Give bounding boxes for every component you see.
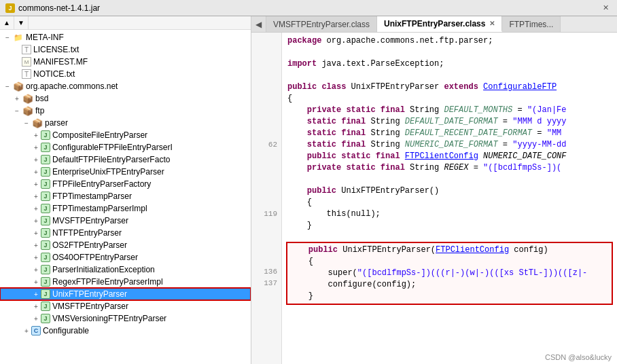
- tab-close-unix[interactable]: ✕: [489, 20, 495, 27]
- toggle-parser[interactable]: −: [22, 118, 31, 128]
- code-area: 62 119 136 137 package org.apache.common…: [251, 33, 617, 364]
- label-mvs: MVSFTPEntryParser: [52, 216, 128, 225]
- code-field3: static final String DEFAULT_RECENT_DATE_…: [287, 128, 561, 138]
- tree-item-meta-inf[interactable]: − 📁 META-INF: [0, 31, 251, 43]
- class-icon-ftp-timestamp: J: [41, 192, 50, 201]
- file-tree-panel: ▲ ▼ − 📁 META-INF T LICENSE.txt M MANIFE: [0, 16, 251, 364]
- tree-item-enterprise[interactable]: + J EnterpriseUnixFTPEntryParser: [0, 166, 251, 178]
- tree-item-vms-versioning[interactable]: + J VMSVersioningFTPEntryParser: [0, 312, 251, 325]
- title-bar-text: commons-net-1.4.1.jar: [18, 3, 600, 13]
- scroll-down-button[interactable]: ▼: [14, 16, 29, 29]
- line-numbers: 62 119 136 137: [251, 33, 282, 364]
- class-icon-vms-ftp: J: [41, 302, 50, 311]
- class-icon-vms-versioning: J: [41, 314, 50, 323]
- main-container: ▲ ▼ − 📁 META-INF T LICENSE.txt M MANIFE: [0, 16, 617, 364]
- tree-item-bsd[interactable]: + 📦 bsd: [0, 92, 251, 105]
- tree-item-composite[interactable]: + J CompositeFileEntryParser: [0, 129, 251, 141]
- tab-vms-ftp-parser[interactable]: VMSFTPEntryParser.class: [266, 16, 377, 32]
- toggle-default-ftp[interactable]: +: [31, 155, 41, 164]
- tree-item-configurable-ftp[interactable]: + J ConfigurableFTPFileEntryParserI: [0, 141, 251, 153]
- code-constructor1-sig: public UnixFTPEntryParser(): [287, 186, 439, 196]
- tree-item-os2ftp[interactable]: + J OS2FTPEntryParser: [0, 239, 251, 251]
- label-composite: CompositeFileEntryParser: [52, 130, 147, 140]
- class-icon-regex-ftp: J: [41, 277, 50, 287]
- code-constructor1-close: }: [287, 221, 312, 230]
- toggle-os400ftp[interactable]: +: [31, 253, 41, 262]
- tree-item-ftp-timestamp[interactable]: + J FTPTimestampParser: [0, 190, 251, 202]
- class-icon-parser-init-ex: J: [41, 265, 50, 274]
- code-constructor1-body: this(null);: [287, 209, 381, 219]
- class-icon-composite: J: [41, 130, 50, 140]
- toggle-configurable-ftp[interactable]: +: [31, 143, 41, 152]
- tree-item-parser-init-ex[interactable]: + J ParserInitializationException: [0, 263, 251, 276]
- tree-item-configurable[interactable]: + C Configurable: [0, 325, 251, 337]
- tab-unix-ftp-parser[interactable]: UnixFTPEntryParser.class ✕: [377, 16, 502, 32]
- code-constructor2-open: {: [289, 257, 313, 266]
- tree-item-org-apache[interactable]: − 📦 org.apache.commons.net: [0, 80, 251, 92]
- toggle-ntftp[interactable]: +: [31, 228, 41, 238]
- tree-item-ftp[interactable]: − 📦 ftp: [0, 105, 251, 117]
- toggle-os2ftp[interactable]: +: [31, 240, 41, 250]
- tree-item-vms-ftp[interactable]: + J VMSFTPEntryParser: [0, 300, 251, 312]
- tab-bar: ◀ VMSFTPEntryParser.class UnixFTPEntryPa…: [251, 16, 617, 33]
- label-os2ftp: OS2FTPEntryParser: [52, 240, 127, 250]
- toggle-ftp[interactable]: −: [12, 106, 22, 115]
- toggle-unix-ftp[interactable]: +: [31, 289, 41, 299]
- code-field4: static final String NUMERIC_DATE_FORMAT …: [287, 140, 567, 149]
- title-bar-close-button[interactable]: ✕: [600, 3, 612, 12]
- label-manifest: MANIFEST.MF: [33, 57, 88, 67]
- tree-item-ftp-factory[interactable]: + J FTPFileEntryParserFactory: [0, 178, 251, 190]
- toggle-vms-versioning[interactable]: +: [31, 314, 41, 323]
- tree-item-default-ftp[interactable]: + J DefaultFTPFileEntryParserFacto: [0, 153, 251, 166]
- toggle-ftp-timestamp[interactable]: +: [31, 192, 41, 201]
- tree-item-unix-ftp[interactable]: + J UnixFTPEntryParser: [0, 288, 251, 300]
- label-parser-init-ex: ParserInitializationException: [52, 265, 155, 274]
- label-parser: parser: [45, 118, 68, 128]
- code-panel: ◀ VMSFTPEntryParser.class UnixFTPEntryPa…: [251, 16, 617, 364]
- tree-scroll-buttons: ▲ ▼: [0, 16, 251, 30]
- label-unix-ftp: UnixFTPEntryParser: [52, 289, 127, 299]
- label-configurable-ftp: ConfigurableFTPFileEntryParserI: [52, 143, 173, 152]
- toggle-composite[interactable]: +: [31, 130, 41, 140]
- class-icon-os400ftp: J: [41, 253, 50, 262]
- package-icon-ftp: 📦: [22, 105, 33, 116]
- tree-item-ntftp[interactable]: + J NTFTPEntryParser: [0, 227, 251, 239]
- toggle-bsd[interactable]: +: [12, 94, 22, 103]
- label-ntftp: NTFTPEntryParser: [52, 228, 122, 238]
- tree-item-os400ftp[interactable]: + J OS40OFTPEntryParser: [0, 251, 251, 263]
- toggle-enterprise[interactable]: +: [31, 167, 41, 177]
- code-field6: private static final String REGEX = "([b…: [287, 163, 561, 172]
- folder-icon-meta-inf: 📁: [13, 32, 24, 43]
- tree-item-notice[interactable]: T NOTICE.txt: [0, 68, 251, 80]
- tree-item-mvs[interactable]: + J MVSFTPEntryParser: [0, 215, 251, 227]
- toggle-license: [12, 45, 22, 54]
- scroll-up-button[interactable]: ▲: [0, 16, 14, 29]
- tab-nav-back[interactable]: ◀: [251, 16, 266, 32]
- jar-icon: J: [5, 3, 15, 13]
- tree-item-regex-ftp[interactable]: + J RegexFTPFileEntryParserImpl: [0, 276, 251, 288]
- toggle-meta-inf[interactable]: −: [3, 33, 12, 42]
- toggle-ftp-timestamp-impl[interactable]: +: [31, 204, 41, 213]
- code-brace-open: {: [287, 94, 292, 103]
- tree-item-license[interactable]: T LICENSE.txt: [0, 43, 251, 56]
- toggle-vms-ftp[interactable]: +: [31, 302, 41, 311]
- toggle-configurable[interactable]: +: [22, 326, 31, 335]
- toggle-ftp-factory[interactable]: +: [31, 179, 41, 189]
- tree-item-parser[interactable]: − 📦 parser: [0, 117, 251, 129]
- toggle-parser-init-ex[interactable]: +: [31, 265, 41, 274]
- tree-item-ftp-timestamp-impl[interactable]: + J FTPTimestampParserImpl: [0, 202, 251, 215]
- tree-item-manifest[interactable]: M MANIFEST.MF: [0, 56, 251, 68]
- tab-ftp-times[interactable]: FTPTimes...: [502, 16, 561, 32]
- code-constructor2-sig: public UnixFTPEntryParser(FTPClientConfi…: [289, 245, 548, 255]
- label-vms-versioning: VMSVersioningFTPEntryParser: [52, 314, 166, 323]
- label-configurable: Configurable: [43, 326, 89, 335]
- toggle-org-apache[interactable]: −: [3, 81, 12, 91]
- label-os400ftp: OS40OFTPEntryParser: [52, 253, 138, 262]
- code-content[interactable]: package org.apache.commons.net.ftp.parse…: [282, 33, 617, 364]
- package-icon-parser: 📦: [32, 117, 43, 128]
- label-ftp-factory: FTPFileEntryParserFactory: [52, 179, 151, 189]
- toggle-manifest: [12, 57, 22, 67]
- toggle-regex-ftp[interactable]: +: [31, 277, 41, 287]
- toggle-mvs[interactable]: +: [31, 216, 41, 225]
- txt-icon-notice: T: [22, 69, 31, 79]
